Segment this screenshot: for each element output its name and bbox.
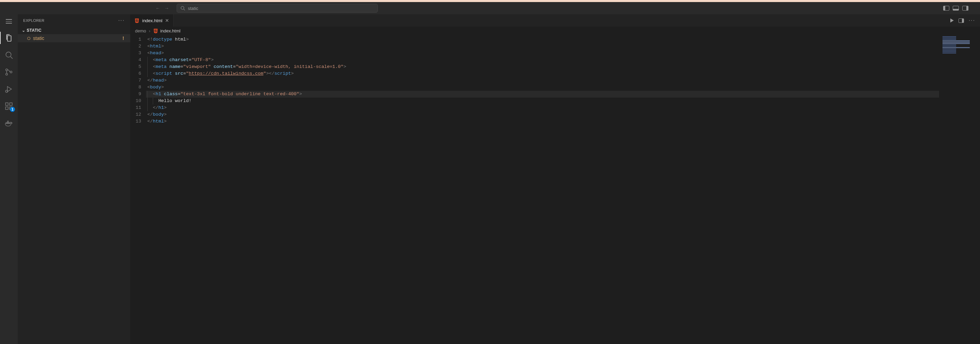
sidebar: EXPLORER ··· ⌄ STATIC static ! — [18, 14, 130, 344]
code-line: <html> — [146, 43, 939, 50]
svg-point-0 — [181, 6, 184, 10]
tree-item-static[interactable]: static ! — [18, 34, 130, 42]
html5-icon — [153, 28, 158, 34]
tabs-row: index.html ✕ ··· — [130, 14, 980, 27]
code-line: Hello world! — [146, 98, 939, 104]
chevron-down-icon: ⌄ — [22, 28, 25, 33]
warning-icon: ! — [123, 35, 124, 41]
code-line: <script src="https://cdn.tailwindcss.com… — [146, 70, 939, 77]
run-debug-activity-icon[interactable] — [4, 84, 14, 94]
command-center-text: static — [188, 6, 198, 11]
breadcrumb-file[interactable]: index.html — [160, 28, 180, 34]
svg-point-5 — [6, 73, 8, 75]
code-line: <meta name="viewport" content="width=dev… — [146, 64, 939, 70]
svg-rect-16 — [8, 121, 8, 122]
editor-area: index.html ✕ ··· demo › index.html 123 — [130, 14, 980, 344]
svg-line-3 — [11, 56, 13, 58]
close-icon[interactable]: ✕ — [165, 18, 169, 23]
code-line: </body> — [146, 111, 939, 118]
svg-rect-10 — [10, 103, 12, 106]
code-line: <body> — [146, 84, 939, 91]
svg-rect-9 — [5, 103, 8, 106]
activity-bar: 1 — [0, 14, 18, 344]
svg-point-4 — [6, 69, 8, 70]
editor-more-icon[interactable]: ··· — [969, 18, 975, 24]
tree-item-label: static — [33, 35, 45, 41]
gutter: 123 456 789 101112 13 — [130, 35, 146, 344]
code-line: </h1> — [146, 104, 939, 111]
code-line: <head> — [146, 50, 939, 57]
svg-point-6 — [10, 71, 12, 73]
tab-index-html[interactable]: index.html ✕ — [130, 14, 173, 27]
breadcrumb-folder[interactable]: demo — [135, 28, 146, 34]
run-icon[interactable] — [950, 18, 954, 22]
layout-toggle-primary-icon[interactable] — [943, 6, 949, 11]
svg-rect-11 — [5, 107, 8, 110]
code-line: <meta charset="UTF-8"> — [146, 57, 939, 64]
nav-back-icon[interactable]: ← — [156, 5, 160, 11]
docker-activity-icon[interactable] — [4, 118, 14, 128]
nav-arrows: ← → — [156, 5, 169, 11]
code-line: <!doctype html> — [146, 36, 939, 43]
search-icon — [180, 6, 185, 11]
minimap[interactable] — [939, 35, 980, 344]
breadcrumbs[interactable]: demo › index.html — [130, 27, 980, 35]
extensions-badge: 1 — [10, 107, 15, 112]
code-line: </head> — [146, 77, 939, 84]
code-editor[interactable]: 123 456 789 101112 13 <!doctype html> <h… — [130, 35, 980, 344]
minimap-content — [942, 36, 977, 54]
command-center[interactable]: static — [177, 4, 378, 13]
sidebar-title: EXPLORER — [23, 18, 45, 22]
sidebar-header: EXPLORER ··· — [18, 14, 130, 27]
sidebar-more-icon[interactable]: ··· — [118, 18, 125, 24]
menu-hamburger-icon[interactable] — [6, 19, 12, 24]
layout-toggle-secondary-icon[interactable] — [962, 6, 969, 11]
layout-toggle-panel-icon[interactable] — [953, 6, 959, 11]
chevron-right-icon: › — [149, 28, 150, 34]
svg-marker-7 — [8, 86, 11, 91]
split-editor-icon[interactable] — [959, 18, 964, 23]
search-activity-icon[interactable] — [4, 50, 14, 60]
titlebar: ← → static — [0, 2, 980, 14]
nav-forward-icon[interactable]: → — [164, 5, 169, 11]
code-line: <h1 class="text-3xl font-bold underline … — [146, 91, 939, 98]
code-content[interactable]: <!doctype html> <html> <head> <meta char… — [146, 35, 939, 344]
svg-point-2 — [6, 52, 11, 57]
extensions-activity-icon[interactable]: 1 — [4, 101, 14, 111]
explorer-activity-icon[interactable] — [4, 33, 14, 43]
svg-line-1 — [184, 9, 185, 11]
source-control-activity-icon[interactable] — [4, 67, 14, 77]
folder-name: STATIC — [27, 28, 41, 33]
tab-label: index.html — [142, 18, 162, 23]
html5-icon — [134, 18, 140, 23]
layout-customize-icon[interactable] — [972, 8, 977, 8]
folder-title[interactable]: ⌄ STATIC — [18, 27, 130, 34]
unsaved-dot-icon — [27, 37, 30, 40]
code-line: </html> — [146, 118, 939, 125]
